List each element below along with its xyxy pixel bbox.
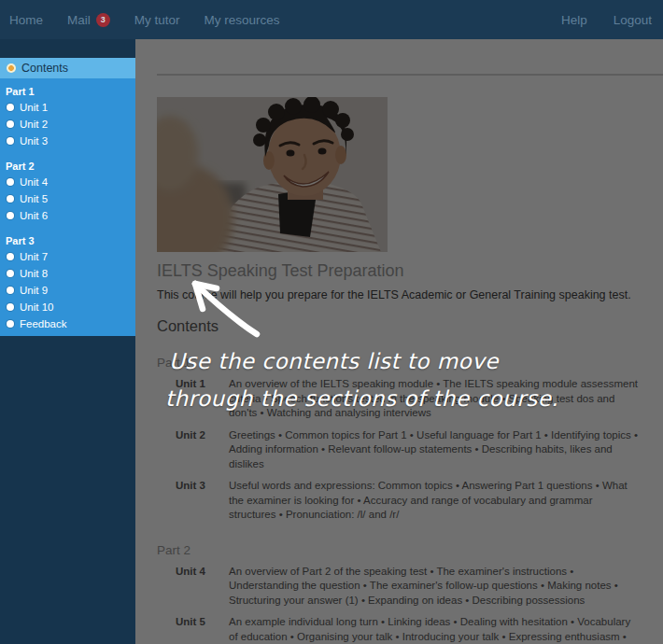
nav-logout-label: Logout (614, 13, 652, 27)
sidebar-item-unit8[interactable]: Unit 8 (0, 265, 135, 282)
mail-count-badge: 3 (96, 13, 110, 27)
menu-group-part2: Part 2 Unit 4 Unit 5 Unit 6 (0, 159, 135, 224)
tutorial-tip-line1: Use the contents list to move (169, 349, 499, 373)
tutorial-tip-line2: through the sections of the course. (165, 386, 558, 411)
nav-left-group: Home Mail 3 My tutor My resources (9, 13, 280, 27)
bullet-icon (7, 137, 14, 145)
contents-header-label: Contents (21, 62, 68, 75)
bullet-icon (7, 178, 14, 186)
nav-my-tutor-label: My tutor (134, 13, 180, 27)
nav-mail[interactable]: Mail 3 (67, 13, 110, 27)
top-nav: Home Mail 3 My tutor My resources Help L… (0, 0, 663, 39)
nav-my-resources-label: My resources (205, 13, 280, 27)
nav-my-tutor[interactable]: My tutor (134, 13, 180, 27)
bullet-icon (7, 195, 14, 203)
nav-help-label: Help (561, 13, 587, 27)
menu-part3-label: Part 3 (0, 233, 135, 248)
bullet-icon (7, 120, 14, 128)
bullet-icon (7, 303, 14, 311)
nav-home-label: Home (9, 13, 43, 27)
sidebar-item-feedback[interactable]: Feedback (0, 315, 135, 332)
nav-logout[interactable]: Logout (614, 13, 652, 27)
sidebar-item-unit3[interactable]: Unit 3 (0, 133, 135, 149)
bullet-icon (7, 320, 14, 328)
sidebar-item-unit1[interactable]: Unit 1 (0, 99, 135, 116)
tutorial-arrow-icon (182, 273, 268, 346)
sidebar-item-unit4[interactable]: Unit 4 (0, 174, 135, 190)
sidebar: Contents Part 1 Unit 1 Unit 2 Unit 3 Par… (0, 39, 135, 644)
menu-group-part3: Part 3 Unit 7 Unit 8 Unit 9 Unit 10 Feed… (0, 233, 135, 332)
nav-right-group: Help Logout (561, 13, 654, 27)
contents-menu: Part 1 Unit 1 Unit 2 Unit 3 Part 2 Unit … (0, 78, 135, 336)
menu-part1-label: Part 1 (0, 84, 135, 99)
bullet-icon (7, 253, 14, 260)
nav-home[interactable]: Home (9, 13, 43, 27)
nav-my-resources[interactable]: My resources (205, 13, 280, 27)
contents-radio-icon (7, 63, 16, 73)
bullet-icon (7, 104, 14, 111)
bullet-icon (7, 212, 14, 219)
sidebar-item-unit9[interactable]: Unit 9 (0, 282, 135, 299)
page: Home Mail 3 My tutor My resources Help L… (0, 0, 663, 644)
nav-mail-label: Mail (67, 13, 91, 27)
sidebar-item-unit7[interactable]: Unit 7 (0, 248, 135, 265)
bullet-icon (7, 270, 14, 277)
contents-header[interactable]: Contents (0, 58, 135, 78)
sidebar-item-unit5[interactable]: Unit 5 (0, 190, 135, 207)
bullet-icon (7, 287, 14, 294)
menu-group-part1: Part 1 Unit 1 Unit 2 Unit 3 (0, 84, 135, 149)
menu-part2-label: Part 2 (0, 159, 135, 174)
sidebar-item-unit10[interactable]: Unit 10 (0, 299, 135, 315)
sidebar-item-unit6[interactable]: Unit 6 (0, 207, 135, 224)
nav-help[interactable]: Help (561, 13, 587, 27)
sidebar-item-unit2[interactable]: Unit 2 (0, 116, 135, 133)
